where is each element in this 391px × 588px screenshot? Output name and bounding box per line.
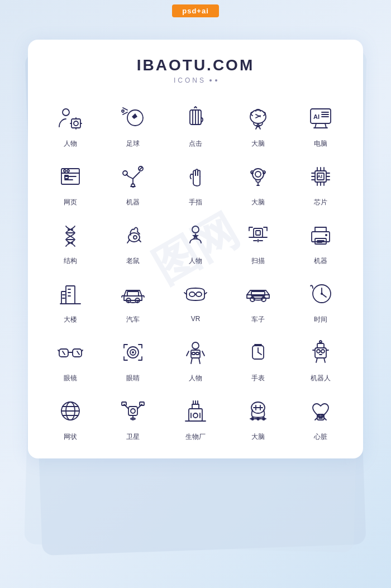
svg-line-125 — [316, 358, 317, 362]
svg-rect-68 — [256, 231, 260, 235]
svg-line-103 — [77, 351, 79, 355]
svg-rect-34 — [65, 175, 68, 179]
icon-item-saomiao: 扫描 — [227, 218, 289, 266]
icon-box-yanjing1 — [54, 336, 87, 369]
icon-label-renwu3: 人物 — [189, 374, 202, 383]
icon-label-wangzhuang: 网状 — [64, 432, 77, 442]
icon-item-diannao: AI电脑 — [289, 101, 352, 149]
svg-point-99 — [321, 293, 323, 295]
icon-box-jiegou — [54, 218, 87, 252]
svg-point-137 — [131, 409, 135, 413]
svg-marker-66 — [192, 233, 199, 239]
svg-rect-110 — [196, 352, 199, 355]
icon-box-vr — [179, 277, 212, 310]
svg-rect-134 — [128, 407, 137, 415]
svg-point-107 — [192, 342, 199, 349]
icon-label-zuqiu: 足球 — [126, 139, 140, 149]
svg-rect-1 — [71, 119, 80, 128]
icon-item-xinzang: 心脏 — [289, 394, 352, 442]
icon-item-shobiao: 手表 — [227, 336, 289, 383]
icon-label-xiopian: 芯片 — [314, 198, 327, 207]
icon-box-dalou — [54, 277, 87, 310]
icon-label-shengwu: 生物厂 — [185, 432, 206, 442]
icon-label-weixing: 卫星 — [126, 432, 140, 442]
icon-box-xiopian: AI — [304, 160, 337, 193]
svg-point-0 — [63, 109, 69, 116]
svg-line-22 — [325, 123, 326, 128]
icon-box-chezi — [241, 277, 275, 310]
icon-item-yanjing2: 眼睛 — [102, 336, 164, 383]
svg-line-21 — [315, 123, 316, 128]
svg-point-39 — [255, 171, 261, 177]
icon-item-jiegou: 结构 — [39, 218, 102, 266]
icon-box-shengwu — [179, 394, 212, 428]
icon-label-vr: VR — [191, 315, 201, 323]
svg-point-31 — [67, 170, 69, 172]
icon-item-laoshu: 老鼠 — [102, 218, 164, 266]
icon-label-diannao: 电脑 — [314, 139, 327, 149]
icon-item-danao2: 大脑 — [227, 160, 289, 207]
icon-label-yanjing2: 眼睛 — [126, 374, 140, 383]
icon-box-jiqiren — [304, 336, 337, 369]
icon-label-jiqiren: 机器人 — [311, 374, 331, 383]
svg-rect-88 — [127, 291, 139, 296]
icon-box-jiqi1 — [116, 160, 150, 193]
icon-item-qiche: 汽车 — [102, 277, 164, 324]
icon-box-jiqi2 — [304, 218, 337, 252]
svg-point-30 — [64, 170, 66, 172]
svg-rect-78 — [66, 286, 75, 304]
icon-label-renwu2: 人物 — [189, 256, 202, 266]
icon-label-saomiao: 扫描 — [251, 256, 265, 266]
icon-item-jiqi1: 机器 — [102, 160, 164, 207]
svg-point-9 — [122, 110, 124, 112]
icon-label-renvu: 人物 — [64, 139, 77, 149]
svg-point-38 — [252, 169, 264, 180]
svg-point-89 — [189, 292, 195, 297]
icon-label-qiche: 汽车 — [126, 315, 140, 324]
svg-rect-74 — [315, 238, 326, 244]
icon-label-shijian: 时间 — [314, 315, 327, 324]
icon-box-dianjia — [179, 101, 212, 135]
svg-point-121 — [321, 350, 325, 353]
icon-box-danao2 — [241, 160, 275, 193]
icon-box-yanjing2 — [116, 336, 150, 369]
svg-rect-109 — [192, 352, 195, 355]
svg-marker-8 — [132, 113, 137, 119]
svg-text:AI: AI — [317, 174, 322, 179]
svg-line-113 — [199, 358, 200, 364]
icon-box-renwu3 — [179, 336, 212, 369]
svg-line-102 — [63, 351, 65, 355]
icon-label-danao2: 大脑 — [251, 198, 265, 207]
svg-rect-79 — [61, 291, 66, 304]
icon-box-shouzhi — [179, 160, 212, 193]
card-title: IBAOTU.COM — [39, 56, 352, 74]
icon-item-renvu: 人物 — [39, 101, 102, 149]
icon-item-shouzhi: 手指 — [164, 160, 227, 207]
icon-item-yanjing1: 眼镜 — [39, 336, 102, 383]
icon-item-jiqi2: 机器 — [289, 218, 352, 266]
svg-rect-101 — [73, 349, 82, 357]
icon-item-weixing: 卫星 — [102, 394, 164, 442]
svg-line-18 — [256, 127, 257, 129]
icon-label-yanjing1: 眼镜 — [64, 374, 77, 383]
svg-point-36 — [123, 171, 127, 175]
svg-line-19 — [259, 127, 260, 129]
main-card: 图网 IBAOTU.COM ICONS 人物足球点击大脑AI电脑网页机器手指大脑… — [28, 40, 363, 458]
svg-point-90 — [196, 292, 202, 297]
icon-label-jiqi2: 机器 — [314, 256, 327, 266]
svg-point-65 — [192, 226, 199, 233]
svg-line-126 — [324, 358, 325, 362]
icon-item-danao1: 大脑 — [227, 101, 289, 149]
icon-item-renwu3: 人物 — [164, 336, 227, 383]
icon-label-danao1: 大脑 — [251, 139, 265, 149]
icon-label-shobiao: 手表 — [251, 374, 265, 383]
icon-box-laoshu — [116, 218, 150, 252]
svg-line-112 — [202, 351, 204, 356]
dot2 — [215, 79, 217, 82]
svg-rect-67 — [254, 228, 263, 237]
icon-item-shengwu: 生物厂 — [164, 394, 227, 442]
icon-label-laoshu: 老鼠 — [126, 256, 140, 266]
icon-label-shouzhi: 手指 — [189, 198, 202, 207]
icon-box-zuqiu — [116, 101, 150, 135]
icons-grid: 人物足球点击大脑AI电脑网页机器手指大脑AI芯片结构老鼠人物扫描机器大楼汽车VR… — [39, 101, 352, 442]
